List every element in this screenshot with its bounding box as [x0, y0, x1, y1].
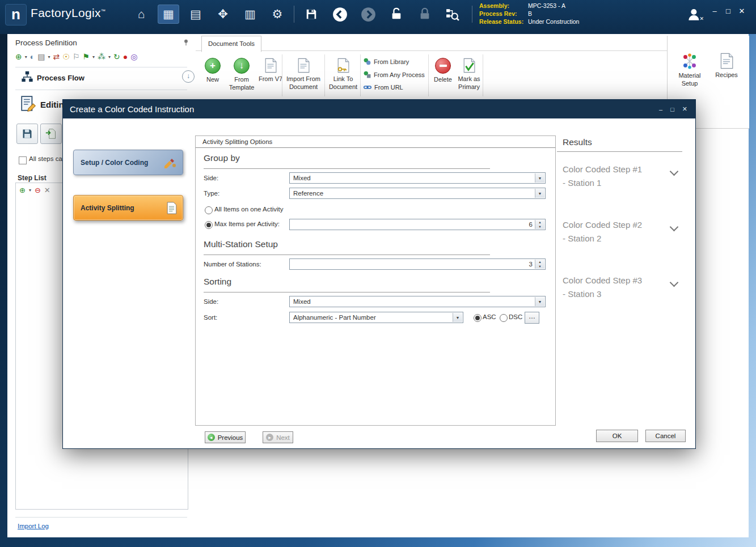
link-to-document-button[interactable]: Link To Document	[327, 56, 360, 97]
ok-button[interactable]: OK	[596, 430, 638, 442]
stepper-down-icon[interactable]: ▼	[535, 264, 544, 269]
delete-bar	[440, 65, 447, 67]
next-arrow-glyph: ▶	[268, 435, 271, 439]
record-icon[interactable]: ●	[123, 52, 128, 61]
previous-label: Previous	[218, 434, 243, 441]
transfer-icon[interactable]: ⇄	[53, 52, 60, 61]
recipes-button[interactable]: Recipes	[711, 53, 742, 95]
save-glyph	[305, 8, 318, 20]
status-icon[interactable]: ◎	[130, 52, 137, 61]
caret-icon[interactable]: ▾	[48, 54, 50, 60]
from-v7-button[interactable]: From V7	[258, 56, 283, 97]
sort-more-button[interactable]: …	[525, 312, 539, 324]
user-flag-icon[interactable]: ⚐	[73, 52, 80, 61]
assign-user-icon[interactable]: ☉	[62, 52, 70, 61]
from-library-button[interactable]: From Library	[364, 58, 409, 65]
sort-side-select[interactable]: Mixed ▼	[289, 296, 546, 307]
all-items-radio[interactable]	[205, 206, 213, 214]
stepper-up-icon[interactable]: ▲	[535, 220, 544, 224]
previous-button[interactable]: ◀ Previous	[205, 431, 246, 443]
sorting-heading: Sorting	[204, 277, 231, 287]
stations-stepper[interactable]: 3 ▲▼	[289, 258, 546, 270]
new-document-button[interactable]: + New	[200, 56, 225, 97]
refresh-icon[interactable]: ↻	[113, 52, 120, 61]
dialog-maximize-button[interactable]: □	[670, 106, 674, 113]
dialog-title-bar[interactable]: Create a Color Coded Instruction	[63, 100, 695, 118]
print-icon[interactable]: ▤	[37, 52, 45, 61]
delete-document-button[interactable]: Delete	[432, 56, 454, 97]
user-icon[interactable]: ✕	[683, 5, 705, 24]
sort-select[interactable]: Alphanumeric - Part Number ▼	[289, 312, 463, 323]
process-editor-glyph: ▦	[163, 7, 174, 21]
material-setup-button[interactable]: Material Setup	[672, 53, 707, 95]
chevron-down-icon[interactable]: ▼	[453, 313, 462, 322]
chevron-down-icon[interactable]: ▼	[535, 297, 544, 306]
process-editor-icon[interactable]: ▦	[158, 5, 179, 24]
side-select[interactable]: Mixed ▼	[289, 172, 546, 184]
settings-gear-icon[interactable]: ⚙	[267, 5, 288, 24]
asc-radio[interactable]	[474, 314, 482, 322]
chevron-down-icon[interactable]	[670, 167, 679, 176]
result-item[interactable]: Color Coded Step #1 - Station 1	[563, 163, 665, 190]
caret-icon[interactable]: ▾	[92, 54, 95, 60]
window-maximize-button[interactable]: □	[723, 7, 734, 15]
remove-step-icon[interactable]: ⊖	[35, 186, 41, 194]
documents-icon[interactable]: ▤	[185, 5, 206, 24]
window-minimize-button[interactable]: –	[709, 7, 720, 15]
chevron-down-icon[interactable]: ▼	[535, 173, 544, 183]
step-list-label: Step List	[18, 174, 47, 182]
save-icon[interactable]	[301, 5, 322, 24]
tab-document-tools[interactable]: Document Tools	[201, 36, 261, 52]
import-log-link[interactable]: Import Log	[18, 523, 49, 529]
panel-toolbar: ⊕▾ ◐ ▤▾ ⇄ ☉ ⚐ ⚑▾ ⁂▾ ↻ ● ◎	[15, 52, 137, 61]
window-close-button[interactable]: ✕	[736, 7, 747, 15]
import-from-document-button[interactable]: Import From Document	[284, 56, 323, 97]
home-icon[interactable]: ⌂	[130, 5, 152, 24]
from-any-process-button[interactable]: From Any Process	[364, 71, 425, 78]
next-icon: ▶	[266, 434, 273, 441]
pin-icon[interactable]	[182, 39, 190, 46]
dialog-minimize-button[interactable]: –	[659, 106, 662, 113]
result-item[interactable]: Color Coded Step #2 - Station 2	[563, 218, 665, 245]
all-steps-checkbox[interactable]	[19, 156, 27, 164]
process-rev-label: Process Rev:	[479, 10, 528, 18]
add-step-icon[interactable]: ⊕	[19, 186, 26, 194]
collapse-section-icon[interactable]: ↓	[182, 70, 195, 83]
chevron-down-icon[interactable]: ▼	[535, 189, 544, 198]
from-url-button[interactable]: From URL	[364, 84, 403, 91]
flag-icon[interactable]: ⚑	[82, 52, 90, 61]
chevron-down-icon[interactable]	[670, 278, 679, 287]
stepper-up-icon[interactable]: ▲	[535, 260, 544, 264]
group-by-heading: Group by	[204, 153, 240, 163]
delete-step-icon[interactable]: ✕	[44, 186, 50, 194]
max-items-radio[interactable]	[205, 221, 213, 229]
link-icon[interactable]: ◐	[30, 52, 35, 61]
unlock-icon[interactable]	[386, 5, 407, 24]
chevron-down-icon[interactable]	[670, 223, 679, 232]
caret-icon[interactable]: ▾	[108, 54, 111, 60]
save-step-button[interactable]	[16, 124, 38, 144]
add-step-icon[interactable]: ⊕	[15, 52, 22, 61]
release-status-value: Under Construction	[528, 18, 579, 26]
setup-color-coding-nav-button[interactable]: Setup / Color Coding	[73, 150, 183, 175]
dialog-body: Setup / Color Coding Activity Splitting …	[63, 118, 695, 448]
stepper-down-icon[interactable]: ▼	[535, 224, 544, 229]
mark-as-primary-button[interactable]: Mark as Primary	[455, 56, 483, 97]
type-select[interactable]: Reference ▼	[289, 188, 546, 199]
process-search-icon[interactable]	[441, 5, 463, 24]
process-rev-value: B	[528, 10, 579, 18]
import-button[interactable]	[40, 124, 62, 144]
caret-icon[interactable]: ▾	[29, 188, 31, 193]
back-icon[interactable]	[329, 5, 350, 24]
activity-splitting-nav-button[interactable]: Activity Splitting	[73, 195, 183, 221]
result-item[interactable]: Color Coded Step #3 - Station 3	[563, 274, 665, 301]
dialog-close-button[interactable]: ✕	[682, 105, 687, 113]
copy-pages-icon[interactable]: ▥	[239, 5, 261, 24]
production-icon[interactable]: ✥	[212, 5, 234, 24]
hierarchy-icon[interactable]: ⁂	[98, 52, 105, 61]
caret-icon[interactable]: ▾	[25, 54, 27, 60]
cancel-button[interactable]: Cancel	[645, 430, 686, 442]
dsc-radio[interactable]	[500, 314, 508, 322]
from-template-button[interactable]: ↓ From Template	[226, 56, 257, 97]
max-items-stepper[interactable]: 6 ▲▼	[289, 219, 546, 230]
